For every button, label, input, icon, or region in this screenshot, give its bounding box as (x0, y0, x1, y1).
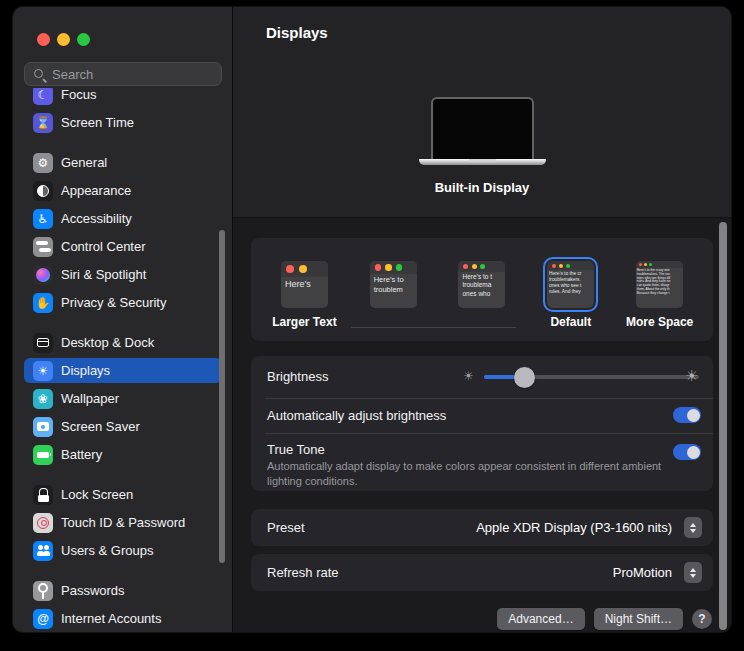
sidebar-item-screen-time[interactable]: ⌛ Screen Time (24, 110, 222, 135)
sidebar-item-label: Internet Accounts (61, 611, 161, 626)
advanced-button[interactable]: Advanced… (497, 608, 584, 630)
zoom-window-button[interactable] (77, 33, 90, 46)
refresh-rate-label: Refresh rate (267, 565, 339, 580)
appearance-icon (33, 181, 53, 201)
users-icon (33, 541, 53, 561)
sidebar-item-label: Focus (61, 88, 96, 102)
sidebar-item-passwords[interactable]: Passwords (24, 578, 222, 603)
sidebar-item-label: Passwords (61, 583, 125, 598)
sidebar-item-internet-accounts[interactable]: @ Internet Accounts (24, 606, 222, 631)
sidebar-item-siri-spotlight[interactable]: Siri & Spotlight (24, 262, 222, 287)
sidebar-item-lock-screen[interactable]: Lock Screen (24, 482, 222, 507)
lock-icon (33, 485, 53, 505)
auto-brightness-toggle[interactable] (673, 407, 701, 423)
hand-icon: ✋ (33, 293, 53, 313)
true-tone-label: True Tone (267, 442, 325, 457)
help-button[interactable]: ? (692, 609, 712, 629)
sidebar-item-label: Control Center (61, 239, 146, 254)
desktop-window-icon (33, 333, 53, 353)
chevron-up-icon (690, 568, 696, 572)
sun-icon: ☀ (33, 361, 53, 381)
laptop-base (419, 159, 546, 165)
auto-brightness-row: Automatically adjust brightness (251, 398, 713, 433)
window-controls (37, 33, 90, 46)
scaling-option-larger-text[interactable]: Here’s Larger Text (260, 261, 349, 341)
brightness-dim-icon: ☀ (463, 369, 474, 383)
sidebar-item-displays[interactable]: ☀ Displays (24, 358, 222, 383)
sidebar-item-appearance[interactable]: Appearance (24, 178, 222, 203)
sidebar-item-focus[interactable]: ☾ Focus (24, 88, 222, 107)
sidebar-item-privacy-security[interactable]: ✋ Privacy & Security (24, 290, 222, 315)
sidebar-item-label: Screen Saver (61, 419, 140, 434)
night-shift-button[interactable]: Night Shift… (594, 608, 683, 630)
brightness-row: Brightness ☀ ☀ (251, 356, 713, 398)
scaling-option-3[interactable]: Here’s to t troublema ones who (438, 261, 527, 341)
scaling-thumbnail-selected: Here’s to the cr troublemakers. ones who… (547, 261, 594, 308)
laptop-illustration (431, 97, 534, 159)
brightness-slider-knob[interactable] (514, 367, 535, 388)
settings-scroll-area: Here’s Larger Text Here’s to troublem (233, 219, 731, 632)
content-scrollbar-thumb[interactable] (719, 222, 727, 630)
search-field[interactable] (24, 62, 222, 86)
sidebar-item-accessibility[interactable]: ♿ Accessibility (24, 206, 222, 231)
display-name-label: Built-in Display (233, 180, 731, 195)
screensaver-icon (33, 417, 53, 437)
sidebar-item-users-groups[interactable]: Users & Groups (24, 538, 222, 563)
system-settings-window: ☾ Focus ⌛ Screen Time ⚙ General Appearan… (13, 7, 731, 632)
siri-icon (33, 265, 53, 285)
scaling-thumbnail: Here’s to t troublema ones who (458, 261, 505, 308)
scaling-thumbnail: Here’s (281, 261, 328, 308)
sidebar-item-label: Wallpaper (61, 391, 119, 406)
preset-dropdown[interactable] (684, 517, 702, 538)
displays-pane: Displays Built-in Display Here’s (232, 7, 731, 632)
sidebar-item-screen-saver[interactable]: Screen Saver (24, 414, 222, 439)
scaling-option-more-space[interactable]: Here’s to the crazy one troublemakers. T… (615, 261, 704, 341)
scaling-option-default[interactable]: Here’s to the cr troublemakers. ones who… (526, 261, 615, 341)
true-tone-description: Automatically adapt display to make colo… (267, 459, 667, 489)
scaling-option-label: Larger Text (272, 315, 336, 329)
minimize-window-button[interactable] (57, 33, 70, 46)
sidebar-item-general[interactable]: ⚙ General (24, 150, 222, 175)
close-window-button[interactable] (37, 33, 50, 46)
true-tone-row: True Tone Automatically adapt display to… (251, 433, 713, 491)
sidebar-item-label: Appearance (61, 183, 131, 198)
sidebar-item-desktop-dock[interactable]: Desktop & Dock (24, 330, 222, 355)
sidebar-item-label: Privacy & Security (61, 295, 166, 310)
gear-icon: ⚙ (33, 153, 53, 173)
battery-icon (33, 445, 53, 465)
sidebar-item-label: Battery (61, 447, 102, 462)
footer-actions: Advanced… Night Shift… ? (497, 608, 712, 630)
refresh-rate-dropdown[interactable] (684, 562, 702, 583)
control-center-icon (33, 237, 53, 257)
scaling-thumbnail: Here’s to the crazy one troublemakers. T… (636, 261, 683, 308)
sidebar-item-battery[interactable]: Battery (24, 442, 222, 467)
sidebar-item-control-center[interactable]: Control Center (24, 234, 222, 259)
fingerprint-icon (33, 513, 53, 533)
scaling-thumbnail: Here’s to troublem (370, 261, 417, 308)
sidebar-item-wallpaper[interactable]: ❀ Wallpaper (24, 386, 222, 411)
scaling-option-label: More Space (626, 315, 693, 329)
scaling-options-card: Here’s Larger Text Here’s to troublem (251, 238, 713, 341)
preset-value: Apple XDR Display (P3-1600 nits) (476, 509, 672, 546)
brightness-bright-icon: ☀ (685, 367, 698, 385)
search-icon (32, 67, 46, 81)
brightness-label: Brightness (267, 369, 328, 384)
sidebar: ☾ Focus ⌛ Screen Time ⚙ General Appearan… (13, 7, 232, 632)
sidebar-scrollbar-thumb[interactable] (219, 230, 225, 563)
sidebar-item-touch-id[interactable]: Touch ID & Password (24, 510, 222, 535)
true-tone-toggle[interactable] (673, 444, 701, 460)
sidebar-item-label: Users & Groups (61, 543, 153, 558)
search-input[interactable] (50, 66, 214, 83)
sidebar-item-label: Touch ID & Password (61, 515, 185, 530)
preset-label: Preset (267, 520, 305, 535)
chevron-down-icon (690, 529, 696, 533)
scaling-option-2[interactable]: Here’s to troublem (349, 261, 438, 341)
page-title: Displays (266, 24, 328, 41)
brightness-slider[interactable] (484, 375, 699, 379)
sidebar-item-label: General (61, 155, 107, 170)
refresh-rate-value: ProMotion (613, 554, 672, 591)
auto-brightness-label: Automatically adjust brightness (267, 408, 446, 423)
brightness-card: Brightness ☀ ☀ Automatically adjust brig… (251, 356, 713, 491)
sidebar-item-label: Lock Screen (61, 487, 133, 502)
scaling-option-label: Default (550, 315, 591, 329)
